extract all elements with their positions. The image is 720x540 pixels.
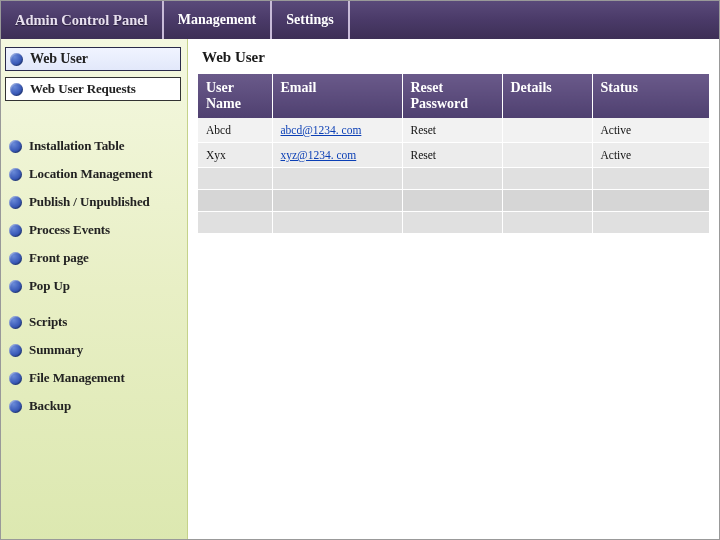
cell-email[interactable]: abcd@1234. com [272,118,402,143]
col-header-status: Status [592,74,709,118]
sidebar-item-label: Summary [29,342,83,358]
bullet-icon [9,168,22,181]
cell-email[interactable]: xyz@1234. com [272,143,402,168]
sidebar-item-publish-unpublished[interactable]: Publish / Unpublished [5,191,181,213]
col-header-email: Email [272,74,402,118]
sidebar-item-process-events[interactable]: Process Events [5,219,181,241]
bullet-icon [9,252,22,265]
bullet-icon [9,140,22,153]
cell-user: Abcd [198,118,272,143]
sidebar-item-file-management[interactable]: File Management [5,367,181,389]
table-row-empty [198,168,709,190]
sidebar-item-label: File Management [29,370,125,386]
cell-reset[interactable]: Reset [402,143,502,168]
table-row[interactable]: Abcd abcd@1234. com Reset Active [198,118,709,143]
table-row-empty [198,190,709,212]
web-user-table: User Name Email Reset Password Details S… [198,74,709,234]
sidebar-item-label: Process Events [29,222,110,238]
bullet-icon [9,344,22,357]
sidebar-item-label: Scripts [29,314,67,330]
bullet-icon [9,316,22,329]
app-title: Admin Control Panel [1,1,164,39]
bullet-icon [9,400,22,413]
main-content: Web User User Name Email Reset Password … [188,39,719,540]
sidebar: Web User Web User Requests Installation … [1,39,188,540]
cell-details[interactable] [502,143,592,168]
sidebar-item-label: Location Management [29,166,152,182]
bullet-icon [9,224,22,237]
sidebar-item-front-page[interactable]: Front page [5,247,181,269]
sidebar-item-label: Pop Up [29,278,70,294]
sidebar-item-label: Installation Table [29,138,124,154]
sidebar-item-web-user-requests[interactable]: Web User Requests [5,77,181,101]
bullet-icon [9,372,22,385]
sidebar-item-location-management[interactable]: Location Management [5,163,181,185]
sidebar-item-label: Web User [30,51,88,67]
sidebar-item-scripts[interactable]: Scripts [5,311,181,333]
page-title: Web User [202,49,709,66]
col-header-reset: Reset Password [402,74,502,118]
sidebar-item-installation-table[interactable]: Installation Table [5,135,181,157]
tab-settings[interactable]: Settings [272,1,349,39]
bullet-icon [10,83,23,96]
sidebar-item-summary[interactable]: Summary [5,339,181,361]
sidebar-item-pop-up[interactable]: Pop Up [5,275,181,297]
sidebar-item-label: Web User Requests [30,81,136,97]
col-header-user: User Name [198,74,272,118]
cell-details[interactable] [502,118,592,143]
sidebar-item-label: Publish / Unpublished [29,194,150,210]
table-row[interactable]: Xyx xyz@1234. com Reset Active [198,143,709,168]
bullet-icon [9,196,22,209]
app-header: Admin Control Panel Management Settings [1,1,719,39]
cell-reset[interactable]: Reset [402,118,502,143]
cell-status: Active [592,118,709,143]
col-header-details: Details [502,74,592,118]
email-link[interactable]: xyz@1234. com [281,149,357,161]
sidebar-item-web-user[interactable]: Web User [5,47,181,71]
sidebar-item-label: Backup [29,398,71,414]
cell-user: Xyx [198,143,272,168]
tab-management[interactable]: Management [164,1,273,39]
email-link[interactable]: abcd@1234. com [281,124,362,136]
bullet-icon [10,53,23,66]
bullet-icon [9,280,22,293]
table-row-empty [198,212,709,234]
cell-status: Active [592,143,709,168]
sidebar-item-label: Front page [29,250,89,266]
sidebar-item-backup[interactable]: Backup [5,395,181,417]
